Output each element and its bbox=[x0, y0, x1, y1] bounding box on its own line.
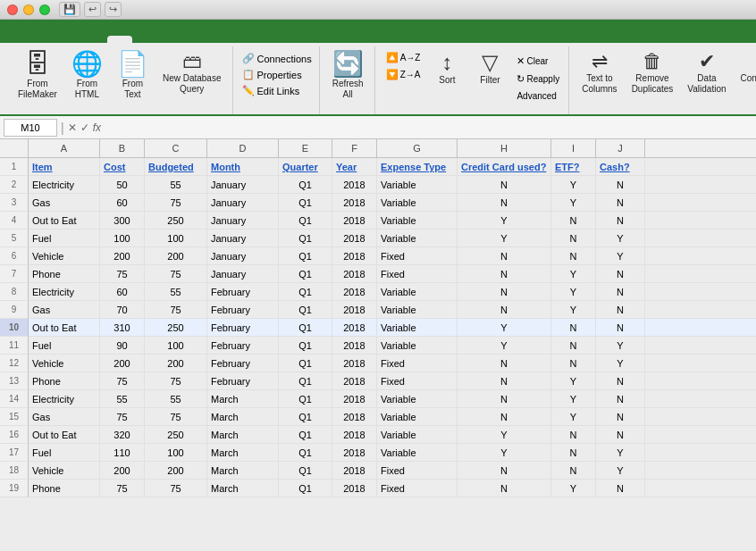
cell-r19-c5[interactable]: 2018 bbox=[332, 480, 377, 497]
cell-r4-c6[interactable]: Variable bbox=[377, 212, 458, 230]
cell-r6-c9[interactable]: Y bbox=[596, 247, 645, 265]
cell-r16-c8[interactable]: N bbox=[551, 426, 596, 444]
cell-r9-c0[interactable]: Gas bbox=[29, 301, 100, 319]
cell-r8-c6[interactable]: Variable bbox=[377, 283, 458, 301]
cell-r17-c0[interactable]: Fuel bbox=[29, 444, 100, 462]
row-num-6[interactable]: 6 bbox=[0, 247, 29, 265]
cell-r11-c0[interactable]: Fuel bbox=[29, 337, 100, 355]
cell-r6-c3[interactable]: January bbox=[207, 247, 279, 265]
cell-r2-c1[interactable]: 50 bbox=[100, 176, 145, 194]
cell-r6-c0[interactable]: Vehicle bbox=[29, 247, 100, 265]
cell-r10-c0[interactable]: Out to Eat bbox=[29, 319, 100, 337]
cell-r10-c8[interactable]: N bbox=[551, 319, 596, 337]
cell-reference-input[interactable] bbox=[4, 119, 57, 137]
cell-r16-c0[interactable]: Out to Eat bbox=[29, 426, 100, 444]
cell-r15-c7[interactable]: N bbox=[458, 408, 551, 426]
cell-r6-c2[interactable]: 200 bbox=[145, 247, 207, 265]
consolidate-button[interactable]: ⊕ Consolida... bbox=[735, 50, 756, 86]
cell-r17-c3[interactable]: March bbox=[207, 444, 279, 462]
formula-input[interactable] bbox=[105, 119, 752, 137]
cell-r12-c2[interactable]: 200 bbox=[145, 355, 207, 372]
cell-r2-c2[interactable]: 55 bbox=[145, 176, 207, 194]
edit-links-button[interactable]: ✏️ Edit Links bbox=[240, 84, 302, 97]
cell-r10-c1[interactable]: 310 bbox=[100, 319, 145, 337]
cell-r12-c4[interactable]: Q1 bbox=[279, 355, 332, 372]
cell-r13-c1[interactable]: 75 bbox=[100, 372, 145, 390]
reapply-button[interactable]: ↻ Reapply bbox=[513, 71, 563, 87]
cell-r9-c8[interactable]: Y bbox=[551, 301, 596, 319]
cell-r12-c7[interactable]: N bbox=[458, 355, 551, 372]
row-num-19[interactable]: 19 bbox=[0, 480, 29, 497]
cell-r15-c8[interactable]: Y bbox=[551, 408, 596, 426]
cell-r7-c9[interactable]: N bbox=[596, 265, 645, 283]
row-num-17[interactable]: 17 bbox=[0, 444, 29, 462]
cell-r15-c0[interactable]: Gas bbox=[29, 408, 100, 426]
row-num-3[interactable]: 3 bbox=[0, 194, 29, 212]
cell-r5-c6[interactable]: Variable bbox=[377, 230, 458, 247]
header-cell-3[interactable]: Month bbox=[207, 158, 279, 176]
cell-r3-c6[interactable]: Variable bbox=[377, 194, 458, 212]
cell-r5-c2[interactable]: 100 bbox=[145, 230, 207, 247]
row-num-5[interactable]: 5 bbox=[0, 230, 29, 247]
cell-r19-c1[interactable]: 75 bbox=[100, 480, 145, 497]
cell-r14-c8[interactable]: Y bbox=[551, 390, 596, 408]
cell-r3-c7[interactable]: N bbox=[458, 194, 551, 212]
cell-r10-c3[interactable]: February bbox=[207, 319, 279, 337]
cell-r5-c9[interactable]: Y bbox=[596, 230, 645, 247]
cell-r13-c6[interactable]: Fixed bbox=[377, 372, 458, 390]
cell-r19-c3[interactable]: March bbox=[207, 480, 279, 497]
cell-r2-c9[interactable]: N bbox=[596, 176, 645, 194]
cell-r18-c0[interactable]: Vehicle bbox=[29, 462, 100, 480]
properties-button[interactable]: 📋 Properties bbox=[240, 68, 304, 81]
cell-r12-c9[interactable]: Y bbox=[596, 355, 645, 372]
cell-r12-c0[interactable]: Vehicle bbox=[29, 355, 100, 372]
remove-duplicates-button[interactable]: 🗑 RemoveDuplicates bbox=[626, 50, 679, 96]
sort-az-button[interactable]: 🔼 A→Z bbox=[382, 50, 424, 65]
new-db-query-button[interactable]: 🗃 New DatabaseQuery bbox=[157, 50, 227, 96]
cell-r12-c6[interactable]: Fixed bbox=[377, 355, 458, 372]
cell-r14-c4[interactable]: Q1 bbox=[279, 390, 332, 408]
cell-r9-c1[interactable]: 70 bbox=[100, 301, 145, 319]
cell-r18-c4[interactable]: Q1 bbox=[279, 462, 332, 480]
tab-page-layout[interactable] bbox=[55, 36, 80, 43]
from-text-button[interactable]: 📄 FromText bbox=[112, 50, 154, 102]
cell-r3-c4[interactable]: Q1 bbox=[279, 194, 332, 212]
cell-r7-c4[interactable]: Q1 bbox=[279, 265, 332, 283]
cell-r17-c1[interactable]: 110 bbox=[100, 444, 145, 462]
cell-r8-c0[interactable]: Electricity bbox=[29, 283, 100, 301]
cell-r5-c1[interactable]: 100 bbox=[100, 230, 145, 247]
cell-r2-c5[interactable]: 2018 bbox=[332, 176, 377, 194]
cell-r18-c3[interactable]: March bbox=[207, 462, 279, 480]
cell-r9-c6[interactable]: Variable bbox=[377, 301, 458, 319]
cell-r4-c8[interactable]: N bbox=[551, 212, 596, 230]
cell-r7-c5[interactable]: 2018 bbox=[332, 265, 377, 283]
clear-button[interactable]: ✕ Clear bbox=[513, 54, 563, 69]
text-to-columns-button[interactable]: ⇌ Text toColumns bbox=[576, 50, 622, 96]
maximize-button[interactable] bbox=[39, 4, 50, 15]
cell-r4-c4[interactable]: Q1 bbox=[279, 212, 332, 230]
cell-r14-c0[interactable]: Electricity bbox=[29, 390, 100, 408]
cell-r12-c5[interactable]: 2018 bbox=[332, 355, 377, 372]
cell-r5-c4[interactable]: Q1 bbox=[279, 230, 332, 247]
cell-r18-c7[interactable]: N bbox=[458, 462, 551, 480]
cell-r5-c3[interactable]: January bbox=[207, 230, 279, 247]
header-cell-9[interactable]: Cash? bbox=[596, 158, 645, 176]
cell-r16-c5[interactable]: 2018 bbox=[332, 426, 377, 444]
sort-button[interactable]: ↕ Sort bbox=[427, 50, 466, 88]
from-html-button[interactable]: 🌐 FromHTML bbox=[66, 50, 108, 102]
cell-r5-c5[interactable]: 2018 bbox=[332, 230, 377, 247]
row-num-13[interactable]: 13 bbox=[0, 372, 29, 390]
header-cell-4[interactable]: Quarter bbox=[279, 158, 332, 176]
col-header-a[interactable]: A bbox=[29, 139, 100, 157]
cell-r8-c1[interactable]: 60 bbox=[100, 283, 145, 301]
row-num-7[interactable]: 7 bbox=[0, 265, 29, 283]
row-num-12[interactable]: 12 bbox=[0, 355, 29, 372]
row-num-15[interactable]: 15 bbox=[0, 408, 29, 426]
cell-r13-c5[interactable]: 2018 bbox=[332, 372, 377, 390]
cell-r14-c3[interactable]: March bbox=[207, 390, 279, 408]
row-num-11[interactable]: 11 bbox=[0, 337, 29, 355]
cell-r13-c2[interactable]: 75 bbox=[145, 372, 207, 390]
cell-r10-c4[interactable]: Q1 bbox=[279, 319, 332, 337]
tab-review[interactable] bbox=[133, 36, 158, 43]
save-icon[interactable]: 💾 bbox=[59, 2, 80, 17]
